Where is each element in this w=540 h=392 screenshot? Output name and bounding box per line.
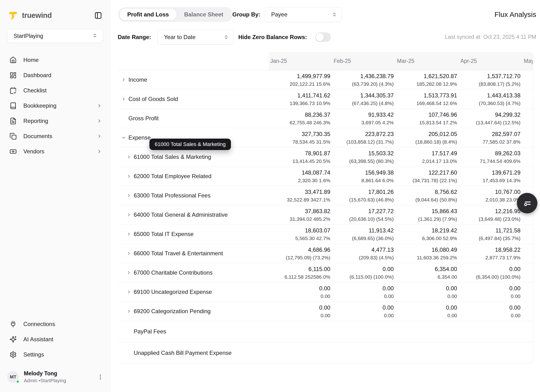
cell-amount: 8,756.62 bbox=[435, 189, 457, 195]
value-cell: 0.000.00 bbox=[269, 282, 332, 302]
sidebar-item-label: Checklist bbox=[23, 87, 46, 94]
value-cell bbox=[522, 321, 533, 342]
flux-panel-fab-button[interactable] bbox=[517, 193, 537, 213]
cell-delta: 71,744.54 409.6% bbox=[480, 158, 520, 164]
chevron-right-icon[interactable] bbox=[127, 212, 131, 217]
sidebar-item-ai-assistant[interactable]: AI Assistant bbox=[0, 332, 110, 347]
workspace-selector[interactable]: StartPlaying bbox=[7, 29, 103, 43]
cell-amount: 17,227.72 bbox=[368, 208, 394, 215]
cell-amount: 89,262.03 bbox=[495, 150, 520, 157]
row-label: 64000 Total General & Administrative bbox=[134, 211, 228, 218]
cell-delta: 17,453.69 14.3% bbox=[483, 178, 520, 183]
hide-zero-toggle[interactable] bbox=[315, 32, 331, 42]
cell-amount: 37,863.82 bbox=[305, 208, 330, 215]
sidebar-item-documents[interactable]: Documents bbox=[0, 129, 110, 144]
value-cell: 10,767.002,010.38 23.0% bbox=[459, 186, 522, 205]
cell-delta: (6,497.84) (35.7%) bbox=[479, 236, 520, 241]
cell-delta: (15,670.63) (46.8%) bbox=[349, 197, 394, 203]
chevron-right-icon[interactable] bbox=[127, 309, 131, 314]
value-cell: 18,958.222,877.73 17.9% bbox=[459, 244, 522, 263]
chevron-down-icon[interactable] bbox=[121, 135, 126, 140]
row-label-cell[interactable]: Income bbox=[118, 70, 269, 89]
user-menu-button[interactable] bbox=[97, 373, 104, 381]
row-label-cell[interactable]: Cost of Goods Sold bbox=[118, 90, 269, 109]
cell-delta: 0.00 bbox=[447, 293, 457, 299]
row-label: 61000 Total Sales & Marketing bbox=[134, 154, 211, 160]
cell-amount: 1,344,305.37 bbox=[360, 92, 394, 99]
user-row[interactable]: MT Melody Tong Admin •StartPlaying bbox=[7, 370, 104, 383]
row-label-cell[interactable]: 69200 Categorization Pending bbox=[118, 302, 269, 321]
cell-amount: 18,603.07 bbox=[305, 227, 330, 234]
table-row: 61000 Total Sales & Marketing78,901.8713… bbox=[118, 147, 533, 167]
row-label-cell[interactable]: 69100 Uncategorized Expense bbox=[118, 282, 269, 302]
cell-amount: 1,411,741.62 bbox=[297, 92, 330, 99]
chevron-right-icon[interactable] bbox=[127, 251, 131, 256]
row-label: 62000 Total Employee Related bbox=[134, 173, 211, 180]
tab-profit-and-loss[interactable]: Profit and Loss bbox=[120, 9, 177, 20]
cell-delta: (70,360.53) (4.7%) bbox=[479, 101, 520, 106]
chevron-right-icon[interactable] bbox=[127, 174, 131, 179]
cell-delta: 0.00 bbox=[447, 313, 457, 318]
chevron-right-icon[interactable] bbox=[121, 97, 126, 101]
cell-delta: 0.00 bbox=[321, 293, 330, 299]
value-cell: 15,866.43(1,361.29) (7.9%) bbox=[396, 205, 459, 224]
sidebar-item-connections[interactable]: Connections bbox=[0, 317, 110, 332]
row-label: Expense bbox=[128, 134, 151, 141]
sidebar-item-reporting[interactable]: Reporting bbox=[0, 113, 110, 129]
value-cell: 0.000.00 bbox=[332, 282, 396, 302]
row-label-cell[interactable]: 66000 Total Travel & Entertainment bbox=[118, 244, 269, 263]
row-label-cell[interactable]: 64000 Total General & Administrative bbox=[118, 205, 269, 224]
cell-amount: 107,746.96 bbox=[428, 111, 457, 118]
sidebar-item-label: Connections bbox=[23, 321, 55, 327]
cell-delta: 8,861.64 6.0% bbox=[362, 178, 394, 183]
sidebar-collapse-button[interactable] bbox=[93, 11, 103, 20]
column-header-mar-25: Mar-25 bbox=[396, 52, 459, 70]
hide-zero-label: Hide Zero Balance Rows: bbox=[238, 34, 307, 40]
row-label-cell[interactable]: 63000 Total Professional Fees bbox=[118, 186, 269, 205]
row-label-cell[interactable]: 61000 Total Sales & Marketing bbox=[118, 147, 269, 166]
tab-balance-sheet[interactable]: Balance Sheet bbox=[177, 9, 231, 20]
home-icon bbox=[10, 56, 17, 64]
chevron-right-icon[interactable] bbox=[127, 290, 131, 294]
chevron-right-icon[interactable] bbox=[127, 193, 131, 198]
avatar-initials: MT bbox=[10, 374, 16, 380]
cell-delta: (6,354.00) (100.0%) bbox=[476, 274, 520, 280]
flux-list-icon bbox=[522, 198, 532, 208]
value-cell: 1,443,413.38(70,360.53) (4.7%) bbox=[459, 90, 522, 109]
date-range-select[interactable]: Year to Date bbox=[158, 30, 234, 45]
chevrons-up-down-icon bbox=[214, 35, 229, 40]
cell-amount: 0.00 bbox=[319, 285, 330, 292]
cell-delta: 6,112.58 252586.0% bbox=[285, 274, 330, 280]
table-row: 66000 Total Travel & Entertainment4,686.… bbox=[118, 244, 533, 263]
cell-delta: (18,860.18) (8.4%) bbox=[415, 139, 457, 145]
cell-amount: 1,621,520.87 bbox=[424, 73, 457, 80]
cell-delta: 13,414.45 20.5% bbox=[292, 158, 330, 164]
sidebar-item-checklist[interactable]: Checklist bbox=[0, 83, 110, 98]
chevron-right-icon[interactable] bbox=[127, 270, 131, 275]
sidebar-item-settings[interactable]: Settings bbox=[0, 347, 110, 362]
row-label-cell[interactable]: 62000 Total Employee Related bbox=[118, 167, 269, 186]
cell-delta: 5,565.30 42.7% bbox=[295, 236, 330, 241]
sidebar-item-home[interactable]: Home bbox=[0, 52, 110, 68]
cell-amount: 0.00 bbox=[382, 285, 394, 292]
table-row: Gross Profit88,236.3762,755.48 246.3%91,… bbox=[118, 109, 533, 128]
row-label-cell[interactable]: 65000 Total IT Expense bbox=[118, 225, 269, 244]
truewind-logo-icon bbox=[8, 10, 19, 21]
sidebar-item-vendors[interactable]: Vendors bbox=[0, 144, 110, 159]
cell-delta: (63,398.55) (80.3%) bbox=[349, 158, 394, 164]
value-cell: 37,863.8231,394.02 485.2% bbox=[269, 205, 332, 224]
group-by-select[interactable]: Payee bbox=[265, 7, 342, 22]
workspace-name: StartPlaying bbox=[14, 33, 43, 39]
value-cell: 1,537,712.70(83,808.17) (5.2%) bbox=[459, 70, 522, 89]
avatar: MT bbox=[7, 371, 19, 383]
documents-icon bbox=[10, 133, 17, 140]
row-label-cell[interactable]: 67000 Charitable Contributions bbox=[118, 263, 269, 282]
sidebar-item-dashboard[interactable]: Dashboard bbox=[0, 68, 110, 83]
value-cell: 0.000.00 bbox=[269, 302, 332, 321]
sidebar-item-bookkeeping[interactable]: Bookkeeping bbox=[0, 98, 110, 113]
chevron-right-icon[interactable] bbox=[121, 77, 126, 82]
value-cell bbox=[332, 342, 396, 363]
chevron-right-icon[interactable] bbox=[127, 155, 131, 159]
cell-delta: (34,731.78) (22.1%) bbox=[413, 178, 457, 183]
chevron-right-icon[interactable] bbox=[127, 232, 131, 236]
